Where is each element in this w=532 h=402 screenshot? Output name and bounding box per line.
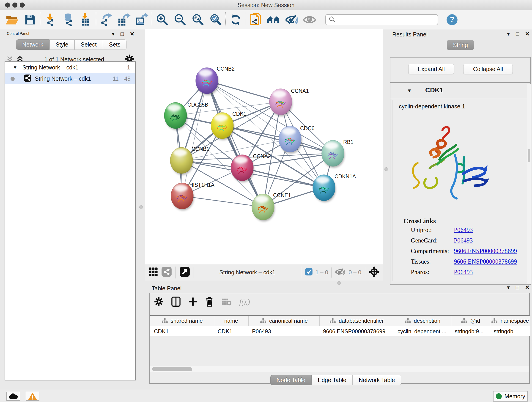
table-cell[interactable]: P06493 xyxy=(248,326,319,336)
import-table-icon[interactable] xyxy=(77,12,95,27)
warnings-button[interactable] xyxy=(26,392,39,401)
bottom-splitter-handle[interactable] xyxy=(337,281,341,285)
panel-menu-caret-icon[interactable]: ▾ xyxy=(507,31,510,37)
search-input[interactable] xyxy=(336,15,435,24)
panel-menu-caret-icon[interactable]: ▾ xyxy=(507,285,510,290)
crosslink-value-link[interactable]: P06493 xyxy=(454,269,473,276)
crosslinks-title: CrossLinks xyxy=(404,217,436,225)
table-settings-gear-icon[interactable] xyxy=(154,297,164,307)
panel-float-icon[interactable]: □ xyxy=(120,31,124,37)
zoom-fit-icon[interactable] xyxy=(189,12,207,27)
tab-style[interactable]: Style xyxy=(50,39,75,50)
import-network-icon[interactable] xyxy=(41,12,59,27)
network-node-CDKN1A[interactable]: CDKN1A xyxy=(313,173,356,202)
network-collection-row[interactable]: ▼ String Network – cdk1 1 xyxy=(5,62,135,73)
zoom-selected-icon[interactable] xyxy=(207,12,225,27)
network-row[interactable]: String Network – cdk1 11 48 xyxy=(5,73,135,84)
tab-node-table[interactable]: Node Table xyxy=(270,375,312,385)
expand-all-button[interactable]: Expand All xyxy=(408,64,454,74)
network-share-tile-icon[interactable] xyxy=(161,267,172,279)
crosslink-value-link[interactable]: P06493 xyxy=(454,237,473,244)
table-hscrollbar[interactable] xyxy=(150,366,529,372)
collection-expand-caret-icon[interactable]: ▼ xyxy=(13,65,17,70)
table-toolbar: f(x) xyxy=(154,297,250,307)
column-header-database-identifier[interactable]: database identifier xyxy=(319,316,394,326)
left-splitter-handle[interactable] xyxy=(139,205,143,209)
zoom-in-icon[interactable] xyxy=(153,12,171,27)
column-header-description[interactable]: description xyxy=(394,316,451,326)
export-image-icon[interactable] xyxy=(133,12,151,27)
crosslink-value-link[interactable]: 9606.ENSP00000378699 xyxy=(454,258,517,265)
collapse-all-button[interactable]: Collapse All xyxy=(463,64,513,74)
column-header-canonical-name[interactable]: canonical name xyxy=(248,316,319,326)
memory-button[interactable]: Memory xyxy=(493,391,528,402)
panel-close-icon[interactable]: ✕ xyxy=(525,31,530,37)
add-column-icon[interactable] xyxy=(188,297,197,307)
show-all-panels-icon[interactable] xyxy=(265,12,283,27)
grid-view-icon[interactable] xyxy=(148,267,158,278)
table-cell[interactable]: stringdb:9... xyxy=(451,326,490,336)
panel-float-icon[interactable]: □ xyxy=(516,285,519,290)
column-header-namespace[interactable]: namespace xyxy=(490,316,530,326)
network-node-RB1[interactable]: RB1 xyxy=(322,139,354,168)
table-row[interactable]: CDK1CDK1P064939606.ENSP00000378699cyclin… xyxy=(150,326,530,336)
network-node-CCNB2[interactable]: CCNB2 xyxy=(196,66,234,95)
network-node-CCNA2[interactable]: CCNA2 xyxy=(231,153,271,182)
table-cell[interactable]: CDK1 xyxy=(214,326,248,336)
crosslink-label: Uniprot: xyxy=(411,226,432,234)
table-cell[interactable]: CDK1 xyxy=(150,326,214,336)
selected-checkbox-icon[interactable] xyxy=(305,268,313,277)
delete-column-icon[interactable] xyxy=(205,297,214,307)
tab-edge-table[interactable]: Edge Table xyxy=(312,375,353,385)
birdseye-toggle-icon[interactable] xyxy=(301,12,318,27)
tab-network-table[interactable]: Network Table xyxy=(353,375,401,385)
cytoscape-window: Session: New Session ? Control Panel ▾ □… xyxy=(0,0,532,402)
open-in-window-icon[interactable] xyxy=(179,267,190,279)
network-edge-CCNA2-CDKN1A[interactable] xyxy=(242,168,324,188)
table-cell[interactable]: stringdb xyxy=(490,326,530,336)
birdseye-icon[interactable] xyxy=(369,267,380,279)
panel-menu-caret-icon[interactable]: ▾ xyxy=(112,31,114,37)
panel-close-icon[interactable]: ✕ xyxy=(130,31,134,37)
gene-collapse-caret-icon[interactable]: ▼ xyxy=(407,88,412,94)
show-columns-icon[interactable] xyxy=(171,297,181,307)
network-node-HIST1H1A[interactable]: HIST1H1A xyxy=(171,182,215,211)
network-node-CCNB1[interactable]: CCNB1 xyxy=(170,146,209,175)
zoom-out-icon[interactable] xyxy=(171,12,189,27)
import-database-icon[interactable] xyxy=(59,12,77,27)
column-header-name[interactable]: name xyxy=(214,316,248,326)
clone-network-icon[interactable] xyxy=(247,12,265,27)
tab-network[interactable]: Network xyxy=(16,39,50,50)
control-panel-title: Control Panel xyxy=(7,32,29,36)
right-splitter-handle[interactable] xyxy=(385,167,388,171)
table-cell[interactable]: 9606.ENSP00000378699 xyxy=(319,326,394,336)
network-canvas[interactable]: CCNB2CCNA1CDC25BCDK1CDC6RB1CCNB1CCNA2CDK… xyxy=(145,29,383,264)
crosslink-value-link[interactable]: P06493 xyxy=(454,226,473,234)
export-table-icon[interactable] xyxy=(115,12,133,27)
panel-close-icon[interactable]: ✕ xyxy=(525,285,530,290)
tab-sets[interactable]: Sets xyxy=(103,39,127,50)
network-node-CCNA1[interactable]: CCNA1 xyxy=(269,88,309,116)
save-session-icon[interactable] xyxy=(21,12,39,27)
network-edge-CCNB2-HIST1H1A[interactable] xyxy=(182,81,207,196)
network-edge-CCNE1-HIST1H1A[interactable] xyxy=(182,196,263,207)
search-box[interactable] xyxy=(325,14,438,25)
hide-panel-icon[interactable] xyxy=(283,12,301,27)
tab-select[interactable]: Select xyxy=(75,39,103,50)
export-network-icon[interactable] xyxy=(97,12,115,27)
table-cell[interactable]: cyclin–dependent ... xyxy=(394,326,451,336)
network-node-CCNE1[interactable]: CCNE1 xyxy=(252,192,291,221)
cloud-status-button[interactable] xyxy=(6,392,20,401)
network-edge-CCNB2-CCNE1[interactable] xyxy=(207,81,263,207)
column-header-shared-name[interactable]: shared name xyxy=(150,316,214,326)
column-header--id[interactable]: @id xyxy=(451,316,490,326)
open-session-icon[interactable] xyxy=(3,12,21,27)
crosslink-value-link[interactable]: 9606.ENSP00000378699 xyxy=(454,248,517,255)
tab-string[interactable]: String xyxy=(447,40,474,50)
help-button[interactable]: ? xyxy=(443,12,461,27)
hidden-eye-icon[interactable] xyxy=(335,268,346,277)
network-node-CDC25B[interactable]: CDC25B xyxy=(164,102,208,130)
panel-float-icon[interactable]: □ xyxy=(516,31,519,37)
results-scrollbar[interactable] xyxy=(527,84,531,284)
refresh-layout-icon[interactable] xyxy=(227,12,245,27)
